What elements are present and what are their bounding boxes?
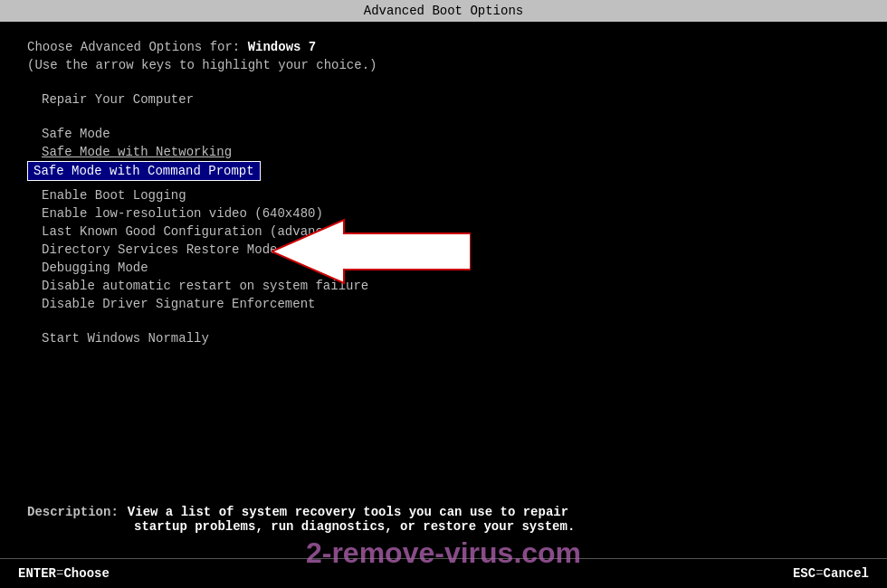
menu-item-disable-restart[interactable]: Disable automatic restart on system fail… (27, 277, 860, 295)
header-line2: (Use the arrow keys to highlight your ch… (27, 58, 860, 72)
esc-key: ESC (793, 566, 815, 581)
menu-item-safe-mode[interactable]: Safe Mode (27, 125, 860, 143)
menu-item-safe-mode-command-prompt[interactable]: Safe Mode with Command Prompt (27, 161, 261, 181)
esc-action: Cancel (824, 566, 869, 581)
title-bar: Advanced Boot Options (0, 0, 887, 22)
header-line1: Choose Advanced Options for: Windows 7 (27, 40, 860, 54)
desc-line2: startup problems, run diagnostics, or re… (134, 519, 860, 534)
other-options-section: Enable Boot Logging Enable low-resolutio… (27, 186, 860, 313)
menu-item-disable-driver[interactable]: Disable Driver Signature Enforcement (27, 295, 860, 313)
desc-label: Description: (27, 505, 119, 519)
repair-section: Repair Your Computer (27, 90, 860, 109)
enter-key: ENTER (18, 566, 56, 581)
desc-line1: View a list of system recovery tools you… (128, 505, 568, 519)
menu-item-safe-mode-networking[interactable]: Safe Mode with Networking (27, 143, 860, 161)
menu-item-debugging[interactable]: Debugging Mode (27, 259, 860, 277)
bios-screen: Advanced Boot Options Choose Advanced Op… (0, 0, 887, 588)
esc-label: ESC=Cancel (793, 566, 869, 581)
safe-mode-section: Safe Mode Safe Mode with Networking Safe… (27, 125, 860, 181)
desc-row1: Description: View a list of system recov… (27, 505, 860, 519)
header-prefix: Choose Advanced Options for: (27, 40, 248, 54)
watermark: 2-remove-virus.com (306, 536, 581, 570)
start-normally-section: Start Windows Normally (27, 329, 860, 347)
menu-item-start-normally[interactable]: Start Windows Normally (27, 329, 860, 347)
description-section: Description: View a list of system recov… (27, 505, 860, 534)
bottom-bar: ENTER=Choose 2-remove-virus.com ESC=Canc… (0, 558, 887, 588)
menu-item-low-res[interactable]: Enable low-resolution video (640x480) (27, 204, 860, 223)
main-content: Choose Advanced Options for: Windows 7 (… (0, 22, 887, 365)
menu-item-boot-logging[interactable]: Enable Boot Logging (27, 186, 860, 204)
menu-item-last-known-good[interactable]: Last Known Good Configuration (advanced) (27, 223, 860, 241)
enter-label: ENTER=Choose (18, 566, 110, 581)
menu-item-repair[interactable]: Repair Your Computer (27, 90, 860, 109)
menu-item-directory-services[interactable]: Directory Services Restore Mode (27, 241, 860, 259)
enter-action: Choose (63, 566, 109, 581)
title-text: Advanced Boot Options (364, 4, 523, 18)
header-os: Windows 7 (248, 40, 317, 54)
